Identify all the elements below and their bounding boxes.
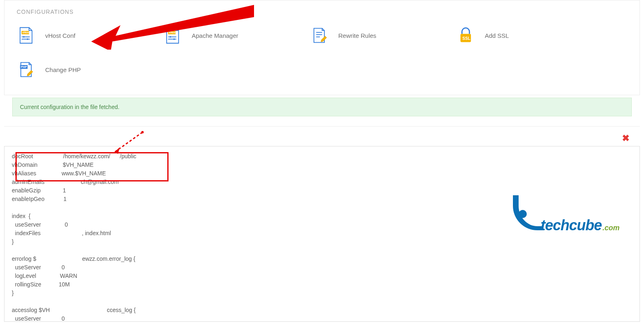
tile-rewrite-rules[interactable]: Rewrite Rules bbox=[310, 24, 456, 47]
config-editor-wrap bbox=[4, 146, 640, 322]
success-alert: Current configuration in the file fetche… bbox=[12, 98, 632, 116]
svg-point-10 bbox=[170, 36, 171, 38]
configurations-panel: CONFIGURATIONS vHost vHost Conf bbox=[4, 0, 640, 95]
tiles-row: vHost vHost Conf vHost bbox=[17, 22, 627, 91]
svg-point-11 bbox=[173, 38, 175, 40]
tile-add-ssl[interactable]: SSL Add SSL bbox=[456, 24, 603, 47]
tile-label: Apache Manager bbox=[192, 32, 238, 39]
tile-label: Change PHP bbox=[45, 66, 81, 73]
vhost-file-icon: vHost bbox=[17, 26, 35, 45]
vhost-file-icon: vHost bbox=[163, 26, 182, 45]
tile-apache-manager[interactable]: vHost Apache Manager bbox=[163, 24, 310, 47]
tile-label: Rewrite Rules bbox=[338, 32, 376, 39]
svg-text:PHP: PHP bbox=[21, 65, 27, 69]
tile-change-php[interactable]: PHP Change PHP bbox=[17, 58, 163, 81]
php-file-icon: PHP bbox=[17, 60, 35, 79]
tile-label: vHost Conf bbox=[45, 32, 75, 39]
rewrite-file-icon bbox=[310, 26, 329, 45]
svg-text:vHost: vHost bbox=[169, 31, 177, 34]
svg-text:vHost: vHost bbox=[22, 31, 30, 34]
svg-point-5 bbox=[27, 38, 28, 40]
config-editor[interactable] bbox=[4, 146, 640, 321]
close-icon[interactable]: ✖ bbox=[0, 127, 644, 144]
svg-point-4 bbox=[23, 36, 25, 38]
ssl-lock-icon: SSL bbox=[456, 26, 475, 45]
section-title: CONFIGURATIONS bbox=[17, 9, 627, 15]
svg-text:SSL: SSL bbox=[462, 36, 471, 41]
tile-label: Add SSL bbox=[485, 32, 509, 39]
tile-vhost-conf[interactable]: vHost vHost Conf bbox=[17, 24, 163, 47]
